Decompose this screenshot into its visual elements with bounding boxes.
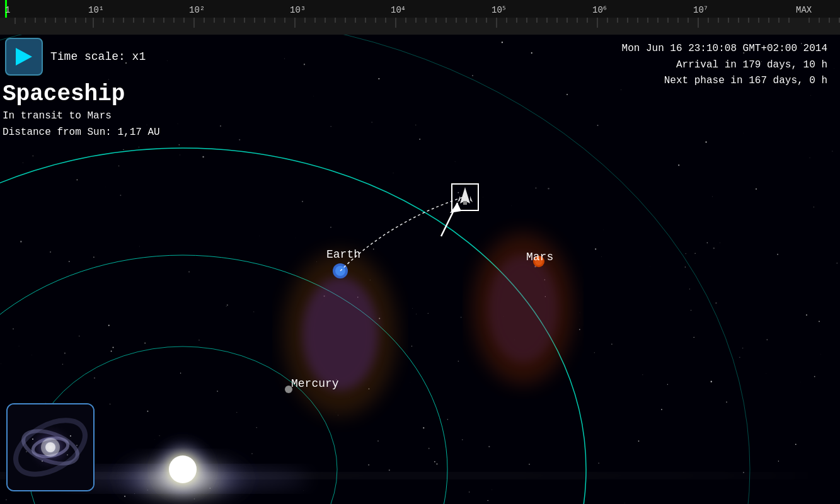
mars-aura2 — [488, 255, 558, 362]
svg-text:10⁵: 10⁵ — [492, 5, 506, 15]
next-phase-label: Next phase in 167 days, 0 h — [622, 73, 827, 89]
svg-text:10³: 10³ — [290, 5, 306, 15]
earth-label: Earth — [326, 248, 360, 261]
svg-point-121 — [70, 435, 71, 437]
svg-text:MAX: MAX — [796, 5, 812, 15]
galaxy-image — [8, 404, 93, 490]
svg-rect-110 — [463, 201, 467, 205]
spaceship-info-panel: Spaceship In transit to Mars Distance fr… — [3, 82, 160, 140]
svg-rect-1 — [0, 18, 840, 35]
play-button[interactable] — [5, 38, 43, 76]
svg-text:10⁴: 10⁴ — [391, 5, 405, 15]
svg-point-99 — [50, 251, 51, 253]
svg-text:10⁶: 10⁶ — [592, 5, 607, 15]
svg-text:10¹: 10¹ — [88, 5, 104, 15]
sun-bright — [169, 455, 197, 483]
svg-rect-0 — [0, 0, 840, 18]
svg-point-103 — [94, 377, 95, 378]
play-icon — [16, 48, 32, 66]
svg-point-106 — [743, 472, 744, 473]
svg-point-101 — [377, 440, 378, 441]
mercury-label: Mercury — [291, 377, 339, 390]
time-ruler: 1 10¹ 10² 10³ 10⁴ 10⁵ 10⁶ 10⁷ MAX — [0, 0, 840, 35]
svg-point-118 — [32, 438, 33, 440]
svg-text:1: 1 — [5, 5, 10, 15]
galaxy-thumbnail[interactable] — [6, 403, 95, 491]
svg-point-98 — [756, 188, 757, 190]
datetime-label: Mon Jun 16 23:10:08 GMT+02:00 2014 — [622, 41, 827, 57]
svg-point-102 — [661, 409, 662, 410]
svg-point-119 — [67, 454, 68, 455]
svg-point-105 — [251, 453, 252, 454]
spaceship-icon — [452, 185, 478, 210]
svg-text:10²: 10² — [189, 5, 205, 15]
spaceship-subtitle2: Distance from Sun: 1,17 AU — [3, 125, 160, 140]
svg-point-95 — [220, 125, 221, 127]
earth-aura2 — [302, 277, 378, 391]
svg-point-104 — [472, 75, 473, 76]
stars — [50, 50, 807, 473]
svg-point-96 — [567, 94, 568, 95]
sun-flare-h — [0, 472, 813, 479]
svg-point-100 — [806, 314, 807, 316]
svg-marker-108 — [457, 196, 460, 202]
mars-label: Mars — [526, 251, 553, 263]
svg-marker-109 — [470, 196, 473, 202]
svg-text:10⁷: 10⁷ — [693, 5, 708, 15]
spaceship-title: Spaceship — [3, 82, 160, 107]
svg-point-117 — [45, 442, 55, 452]
info-panel: Mon Jun 16 23:10:08 GMT+02:00 2014 Arriv… — [622, 41, 827, 89]
arrival-label: Arrival in 179 days, 10 h — [622, 57, 827, 74]
svg-point-122 — [26, 451, 26, 452]
spaceship-subtitle1: In transit to Mars — [3, 108, 160, 123]
spaceship-box — [451, 183, 479, 211]
time-scale-label: Time scale: x1 — [50, 50, 146, 63]
svg-point-120 — [42, 461, 43, 462]
svg-point-123 — [76, 445, 78, 446]
